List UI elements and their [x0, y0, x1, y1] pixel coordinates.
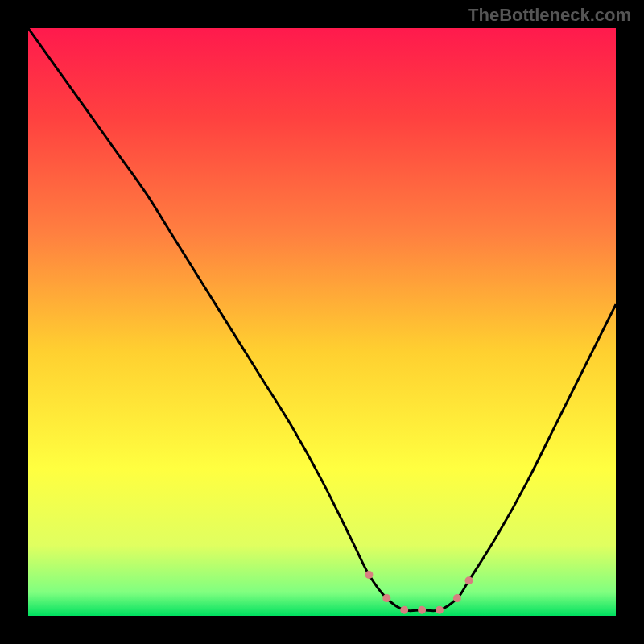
gradient-background: [28, 28, 616, 616]
marker-dot: [382, 594, 390, 602]
chart-container: TheBottleneck.com: [0, 0, 644, 644]
watermark-text: TheBottleneck.com: [468, 5, 631, 26]
chart-svg: [28, 28, 616, 616]
marker-dot: [365, 571, 373, 579]
marker-dot: [453, 594, 461, 602]
marker-dot: [418, 606, 426, 614]
plot-area: [28, 28, 616, 616]
marker-dot: [465, 576, 473, 584]
marker-dot: [436, 606, 444, 614]
marker-dot: [400, 606, 408, 614]
